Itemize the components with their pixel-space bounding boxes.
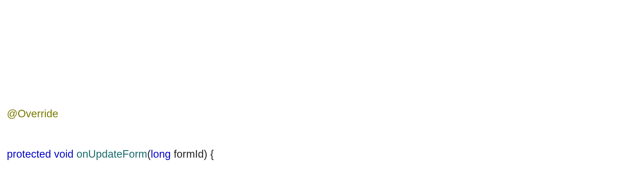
code-block: @Override protected void onUpdateForm(lo… xyxy=(7,84,637,185)
param-formid: formId) { xyxy=(171,148,214,160)
keyword-long: long xyxy=(151,148,171,160)
method-name: onUpdateForm xyxy=(76,148,147,160)
keyword-void: void xyxy=(54,148,74,160)
paren-open: ( xyxy=(147,148,151,160)
code-line-1: @Override xyxy=(7,104,637,124)
keyword-protected: protected xyxy=(7,148,51,160)
code-line-2: protected void onUpdateForm(long formId)… xyxy=(7,144,637,164)
annotation-override: @Override xyxy=(7,108,58,120)
